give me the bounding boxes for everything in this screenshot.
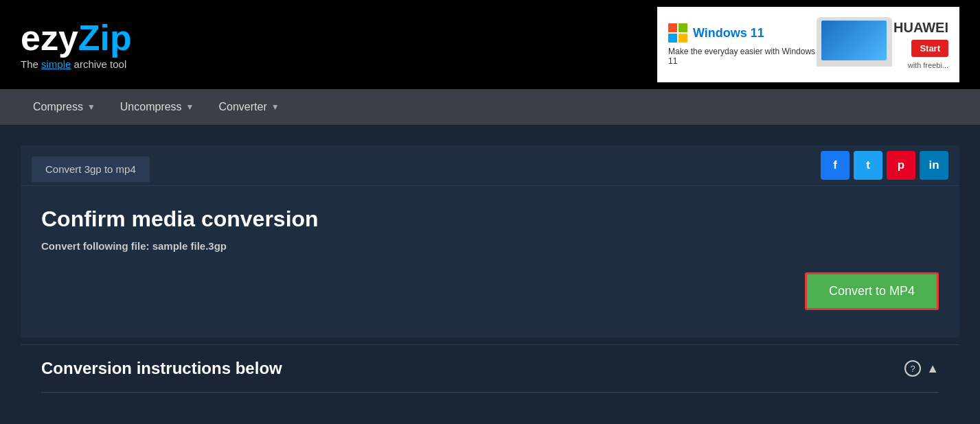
conversion-card: Convert 3gp to mp4 f t p in Confirm medi… xyxy=(21,145,959,338)
instructions-actions: ? ▲ xyxy=(904,360,939,377)
ad-freebie: with freebi... xyxy=(908,61,948,69)
confirm-subtitle: Convert following file: sample file.3gp xyxy=(41,240,939,252)
convert-to-mp4-button[interactable]: Convert to MP4 xyxy=(805,272,939,310)
ad-laptop-image xyxy=(817,17,893,72)
instructions-divider xyxy=(41,392,939,393)
ad-right: HUAWEI Start with freebi... xyxy=(893,20,948,69)
nav-label-uncompress: Uncompress xyxy=(120,101,182,113)
ad-windows-logo: Windows 11 xyxy=(668,23,817,43)
card-tab-bar: Convert 3gp to mp4 f t p in xyxy=(21,145,959,186)
logo-text: ezyZip xyxy=(21,20,132,56)
facebook-share-button[interactable]: f xyxy=(821,151,850,180)
twitter-share-button[interactable]: t xyxy=(854,151,882,180)
windows-logo-icon xyxy=(668,23,687,43)
ad-banner[interactable]: Windows 11 Make the everyday easier with… xyxy=(657,7,959,82)
nav-label-converter: Converter xyxy=(219,101,267,113)
social-icons: f t p in xyxy=(821,145,948,185)
ad-tagline: Make the everyday easier with Windows 11 xyxy=(668,47,817,66)
uncompress-dropdown-icon: ▼ xyxy=(186,102,194,112)
ad-brand: HUAWEI xyxy=(893,20,948,36)
nav-item-compress[interactable]: Compress ▼ xyxy=(21,89,108,125)
card-body: Confirm media conversion Convert followi… xyxy=(21,186,959,338)
navbar: Compress ▼ Uncompress ▼ Converter ▼ xyxy=(0,89,980,125)
nav-item-converter[interactable]: Converter ▼ xyxy=(207,89,292,125)
laptop-shape xyxy=(817,17,892,67)
logo-tagline: The simple archive tool xyxy=(21,58,132,70)
chevron-up-icon[interactable]: ▲ xyxy=(926,362,939,376)
ad-start-button[interactable]: Start xyxy=(911,40,948,57)
main-content: Convert 3gp to mp4 f t p in Confirm medi… xyxy=(0,125,980,414)
logo[interactable]: ezyZip The simple archive tool xyxy=(21,20,132,70)
linkedin-share-button[interactable]: in xyxy=(920,151,948,180)
ad-windows-title: Windows 11 xyxy=(693,26,764,40)
tagline-pre: The xyxy=(21,58,41,70)
logo-ezy: ezy xyxy=(21,18,78,58)
card-tab[interactable]: Convert 3gp to mp4 xyxy=(32,156,150,182)
tagline-post: archive tool xyxy=(71,58,126,70)
confirm-title: Confirm media conversion xyxy=(41,207,939,232)
nav-item-uncompress[interactable]: Uncompress ▼ xyxy=(108,89,207,125)
help-icon[interactable]: ? xyxy=(904,360,921,377)
instructions-title: Conversion instructions below xyxy=(41,359,282,378)
laptop-screen xyxy=(821,21,887,60)
pinterest-share-button[interactable]: p xyxy=(887,151,915,180)
compress-dropdown-icon: ▼ xyxy=(87,102,95,112)
nav-label-compress: Compress xyxy=(33,101,83,113)
convert-button-wrap: Convert to MP4 xyxy=(41,272,939,317)
ad-left: Windows 11 Make the everyday easier with… xyxy=(668,23,817,66)
converter-dropdown-icon: ▼ xyxy=(271,102,280,112)
logo-zip: Zip xyxy=(78,18,132,58)
site-header: ezyZip The simple archive tool Windows 1… xyxy=(0,0,980,89)
instructions-bar: Conversion instructions below ? ▲ xyxy=(21,344,959,392)
tagline-simple: simple xyxy=(41,58,71,70)
